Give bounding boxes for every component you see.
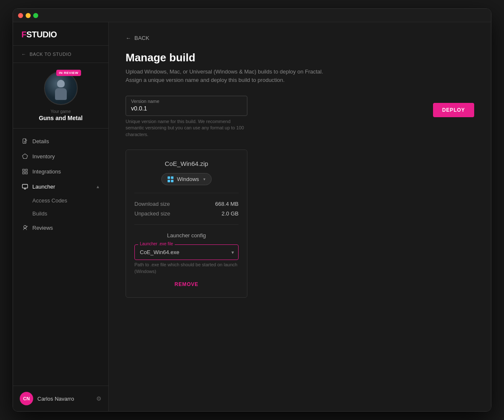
launcher-config-section: Launcher config Launcher .exe file CoE_W… bbox=[134, 224, 239, 287]
badge-icon bbox=[21, 224, 28, 231]
page-description: Upload Windows, Mac, or Universal (Windo… bbox=[126, 68, 327, 84]
launcher-label: Launcher bbox=[32, 184, 55, 190]
platform-selector[interactable]: Windows ▾ bbox=[161, 173, 212, 185]
sidebar-item-builds[interactable]: Builds bbox=[13, 207, 108, 220]
back-nav-arrow: ← bbox=[126, 35, 131, 41]
avatar-head bbox=[57, 80, 65, 87]
launcher-subnav: Access Codes Builds bbox=[13, 194, 108, 220]
gear-icon[interactable]: ⚙ bbox=[96, 395, 102, 402]
monitor-icon bbox=[21, 183, 28, 190]
game-title: Guns and Metal bbox=[39, 115, 82, 121]
game-avatar-wrapper: IN REVIEW bbox=[44, 71, 78, 105]
svg-rect-8 bbox=[22, 184, 28, 188]
logo-studio: STUDIO bbox=[26, 30, 57, 39]
sidebar-item-access-codes[interactable]: Access Codes bbox=[13, 194, 108, 207]
svg-rect-7 bbox=[25, 172, 27, 173]
file-icon bbox=[21, 138, 28, 144]
integrations-label: Integrations bbox=[32, 168, 61, 175]
logo-f: F bbox=[21, 30, 26, 39]
remove-button[interactable]: REMOVE bbox=[175, 281, 199, 287]
unpacked-size-row: Unpacked size 2.0 GB bbox=[134, 209, 239, 218]
launcher-expand-icon: ▲ bbox=[96, 184, 100, 189]
main-content: ← BACK Manage build Upload Windows, Mac,… bbox=[109, 22, 491, 411]
game-subtitle: Your game bbox=[51, 109, 71, 114]
svg-marker-3 bbox=[22, 154, 28, 158]
sidebar-item-inventory[interactable]: Inventory bbox=[13, 149, 108, 164]
back-to-studio-label: BACK TO STUDIO bbox=[30, 52, 72, 57]
avatar-body bbox=[55, 88, 67, 100]
window-maximize-dot[interactable] bbox=[33, 13, 38, 18]
sidebar-item-launcher[interactable]: Launcher ▲ bbox=[13, 179, 108, 194]
sidebar-item-details[interactable]: Details bbox=[13, 134, 108, 149]
window-close-dot[interactable] bbox=[18, 13, 23, 18]
exe-file-select-wrapper: Launcher .exe file CoE_Win64.exe ▾ bbox=[134, 244, 239, 260]
back-nav-label: BACK bbox=[134, 35, 149, 41]
exe-label: Launcher .exe file bbox=[138, 242, 175, 246]
game-avatar bbox=[44, 71, 78, 105]
back-arrow-icon: ← bbox=[21, 52, 26, 57]
version-name-input[interactable] bbox=[131, 105, 242, 112]
sidebar-item-reviews[interactable]: Reviews bbox=[13, 220, 108, 235]
svg-rect-5 bbox=[25, 169, 27, 171]
user-avatar: CN bbox=[20, 392, 33, 405]
avatar-figure bbox=[52, 80, 69, 101]
unpacked-size-value: 2.0 GB bbox=[222, 210, 239, 217]
logo: FSTUDIO bbox=[13, 22, 108, 46]
inventory-label: Inventory bbox=[32, 153, 55, 160]
window-minimize-dot[interactable] bbox=[26, 13, 31, 18]
svg-rect-4 bbox=[22, 169, 24, 171]
game-info: IN REVIEW Your game Guns and Metal bbox=[13, 63, 108, 129]
download-size-row: Download size 668.4 MB bbox=[134, 199, 239, 209]
version-name-hint: Unique version name for this build. We r… bbox=[126, 118, 247, 138]
diamond-icon bbox=[21, 153, 28, 160]
sidebar-item-integrations[interactable]: Integrations bbox=[13, 164, 108, 179]
builds-label: Builds bbox=[32, 210, 47, 217]
exe-file-select[interactable]: CoE_Win64.exe bbox=[135, 245, 238, 260]
chevron-down-icon: ▾ bbox=[203, 177, 205, 181]
build-card: CoE_Win64.zip Windows ▾ Down bbox=[126, 150, 247, 298]
access-codes-label: Access Codes bbox=[32, 197, 67, 204]
svg-rect-6 bbox=[22, 172, 24, 173]
build-stats: Download size 668.4 MB Unpacked size 2.0… bbox=[134, 193, 239, 218]
sidebar: FSTUDIO ← BACK TO STUDIO bbox=[13, 22, 109, 411]
grid-icon bbox=[21, 168, 28, 175]
version-name-label: Version name bbox=[131, 99, 242, 104]
version-name-group: Version name Unique version name for thi… bbox=[126, 96, 394, 138]
windows-icon bbox=[168, 176, 173, 182]
sidebar-user: CN Carlos Navarro ⚙ bbox=[13, 386, 108, 411]
launcher-config-title: Launcher config bbox=[134, 232, 239, 239]
back-to-studio-button[interactable]: ← BACK TO STUDIO bbox=[13, 46, 108, 63]
in-review-badge: IN REVIEW bbox=[56, 70, 81, 76]
back-button[interactable]: ← BACK bbox=[126, 35, 394, 41]
page-title: Manage build bbox=[126, 51, 394, 64]
version-name-field: Version name bbox=[126, 96, 247, 116]
sidebar-nav: Details Inventory Integrations bbox=[13, 129, 108, 386]
unpacked-size-label: Unpacked size bbox=[134, 210, 170, 217]
reviews-label: Reviews bbox=[32, 225, 53, 231]
details-label: Details bbox=[32, 138, 49, 144]
user-name: Carlos Navarro bbox=[37, 396, 92, 402]
exe-hint: Path to .exe file which should be starte… bbox=[134, 262, 239, 275]
download-size-value: 668.4 MB bbox=[215, 201, 239, 207]
build-filename: CoE_Win64.zip bbox=[134, 160, 239, 167]
game-avatar-image bbox=[45, 72, 77, 104]
deploy-button[interactable]: DEPLOY bbox=[433, 103, 474, 117]
platform-label: Windows bbox=[177, 176, 199, 182]
download-size-label: Download size bbox=[134, 201, 170, 207]
